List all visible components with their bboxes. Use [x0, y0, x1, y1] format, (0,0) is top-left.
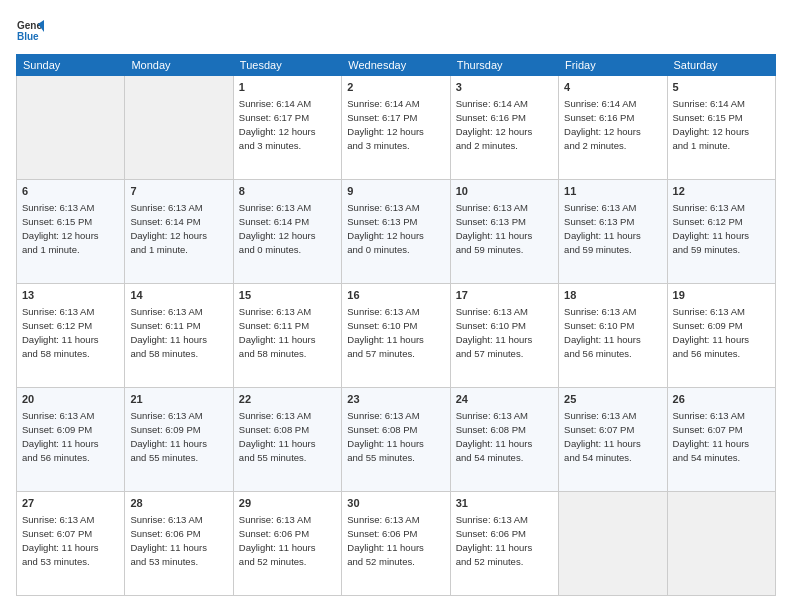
- calendar-cell: 28Sunrise: 6:13 AM Sunset: 6:06 PM Dayli…: [125, 492, 233, 596]
- day-info: Sunrise: 6:13 AM Sunset: 6:06 PM Dayligh…: [347, 513, 444, 568]
- calendar-cell: 14Sunrise: 6:13 AM Sunset: 6:11 PM Dayli…: [125, 284, 233, 388]
- day-number: 23: [347, 392, 444, 407]
- day-number: 26: [673, 392, 770, 407]
- day-number: 29: [239, 496, 336, 511]
- day-info: Sunrise: 6:14 AM Sunset: 6:15 PM Dayligh…: [673, 97, 770, 152]
- calendar-cell: 19Sunrise: 6:13 AM Sunset: 6:09 PM Dayli…: [667, 284, 775, 388]
- day-info: Sunrise: 6:13 AM Sunset: 6:06 PM Dayligh…: [239, 513, 336, 568]
- calendar-table: SundayMondayTuesdayWednesdayThursdayFrid…: [16, 54, 776, 596]
- calendar-week-row: 20Sunrise: 6:13 AM Sunset: 6:09 PM Dayli…: [17, 388, 776, 492]
- day-number: 3: [456, 80, 553, 95]
- calendar-cell: 13Sunrise: 6:13 AM Sunset: 6:12 PM Dayli…: [17, 284, 125, 388]
- day-number: 10: [456, 184, 553, 199]
- day-info: Sunrise: 6:14 AM Sunset: 6:16 PM Dayligh…: [564, 97, 661, 152]
- day-info: Sunrise: 6:13 AM Sunset: 6:07 PM Dayligh…: [673, 409, 770, 464]
- day-info: Sunrise: 6:13 AM Sunset: 6:07 PM Dayligh…: [564, 409, 661, 464]
- day-number: 6: [22, 184, 119, 199]
- day-info: Sunrise: 6:13 AM Sunset: 6:09 PM Dayligh…: [673, 305, 770, 360]
- day-info: Sunrise: 6:13 AM Sunset: 6:12 PM Dayligh…: [673, 201, 770, 256]
- day-info: Sunrise: 6:13 AM Sunset: 6:13 PM Dayligh…: [347, 201, 444, 256]
- calendar-cell: 31Sunrise: 6:13 AM Sunset: 6:06 PM Dayli…: [450, 492, 558, 596]
- day-number: 14: [130, 288, 227, 303]
- calendar-cell: 15Sunrise: 6:13 AM Sunset: 6:11 PM Dayli…: [233, 284, 341, 388]
- day-number: 21: [130, 392, 227, 407]
- day-number: 20: [22, 392, 119, 407]
- calendar-cell: 8Sunrise: 6:13 AM Sunset: 6:14 PM Daylig…: [233, 180, 341, 284]
- calendar-cell: [125, 76, 233, 180]
- day-number: 5: [673, 80, 770, 95]
- day-number: 2: [347, 80, 444, 95]
- calendar-cell: 26Sunrise: 6:13 AM Sunset: 6:07 PM Dayli…: [667, 388, 775, 492]
- calendar-cell: 21Sunrise: 6:13 AM Sunset: 6:09 PM Dayli…: [125, 388, 233, 492]
- calendar-cell: 2Sunrise: 6:14 AM Sunset: 6:17 PM Daylig…: [342, 76, 450, 180]
- weekday-header-friday: Friday: [559, 55, 667, 76]
- day-info: Sunrise: 6:13 AM Sunset: 6:10 PM Dayligh…: [347, 305, 444, 360]
- calendar-cell: 18Sunrise: 6:13 AM Sunset: 6:10 PM Dayli…: [559, 284, 667, 388]
- calendar-cell: [17, 76, 125, 180]
- day-number: 8: [239, 184, 336, 199]
- day-number: 19: [673, 288, 770, 303]
- calendar-week-row: 27Sunrise: 6:13 AM Sunset: 6:07 PM Dayli…: [17, 492, 776, 596]
- weekday-header-row: SundayMondayTuesdayWednesdayThursdayFrid…: [17, 55, 776, 76]
- calendar-cell: 23Sunrise: 6:13 AM Sunset: 6:08 PM Dayli…: [342, 388, 450, 492]
- calendar-week-row: 1Sunrise: 6:14 AM Sunset: 6:17 PM Daylig…: [17, 76, 776, 180]
- calendar-cell: 3Sunrise: 6:14 AM Sunset: 6:16 PM Daylig…: [450, 76, 558, 180]
- calendar-cell: 30Sunrise: 6:13 AM Sunset: 6:06 PM Dayli…: [342, 492, 450, 596]
- svg-text:Blue: Blue: [17, 31, 39, 42]
- day-number: 22: [239, 392, 336, 407]
- calendar-cell: [559, 492, 667, 596]
- day-info: Sunrise: 6:13 AM Sunset: 6:10 PM Dayligh…: [564, 305, 661, 360]
- day-number: 12: [673, 184, 770, 199]
- day-info: Sunrise: 6:13 AM Sunset: 6:08 PM Dayligh…: [456, 409, 553, 464]
- day-number: 18: [564, 288, 661, 303]
- logo: General Blue: [16, 16, 44, 44]
- calendar-cell: 27Sunrise: 6:13 AM Sunset: 6:07 PM Dayli…: [17, 492, 125, 596]
- header: General Blue: [16, 16, 776, 44]
- day-number: 11: [564, 184, 661, 199]
- day-number: 31: [456, 496, 553, 511]
- calendar-cell: 25Sunrise: 6:13 AM Sunset: 6:07 PM Dayli…: [559, 388, 667, 492]
- calendar-cell: 17Sunrise: 6:13 AM Sunset: 6:10 PM Dayli…: [450, 284, 558, 388]
- day-info: Sunrise: 6:13 AM Sunset: 6:13 PM Dayligh…: [564, 201, 661, 256]
- day-number: 24: [456, 392, 553, 407]
- day-number: 28: [130, 496, 227, 511]
- day-number: 15: [239, 288, 336, 303]
- calendar-cell: 29Sunrise: 6:13 AM Sunset: 6:06 PM Dayli…: [233, 492, 341, 596]
- day-info: Sunrise: 6:14 AM Sunset: 6:17 PM Dayligh…: [239, 97, 336, 152]
- day-info: Sunrise: 6:13 AM Sunset: 6:14 PM Dayligh…: [239, 201, 336, 256]
- day-info: Sunrise: 6:13 AM Sunset: 6:09 PM Dayligh…: [130, 409, 227, 464]
- calendar-cell: [667, 492, 775, 596]
- day-info: Sunrise: 6:13 AM Sunset: 6:10 PM Dayligh…: [456, 305, 553, 360]
- day-number: 13: [22, 288, 119, 303]
- calendar-page: General Blue SundayMondayTuesdayWednesda…: [0, 0, 792, 612]
- day-info: Sunrise: 6:14 AM Sunset: 6:16 PM Dayligh…: [456, 97, 553, 152]
- calendar-cell: 7Sunrise: 6:13 AM Sunset: 6:14 PM Daylig…: [125, 180, 233, 284]
- logo-icon: General Blue: [16, 16, 44, 44]
- calendar-week-row: 6Sunrise: 6:13 AM Sunset: 6:15 PM Daylig…: [17, 180, 776, 284]
- day-info: Sunrise: 6:13 AM Sunset: 6:11 PM Dayligh…: [239, 305, 336, 360]
- day-info: Sunrise: 6:13 AM Sunset: 6:07 PM Dayligh…: [22, 513, 119, 568]
- calendar-cell: 16Sunrise: 6:13 AM Sunset: 6:10 PM Dayli…: [342, 284, 450, 388]
- weekday-header-tuesday: Tuesday: [233, 55, 341, 76]
- weekday-header-monday: Monday: [125, 55, 233, 76]
- day-info: Sunrise: 6:13 AM Sunset: 6:11 PM Dayligh…: [130, 305, 227, 360]
- day-number: 17: [456, 288, 553, 303]
- day-info: Sunrise: 6:13 AM Sunset: 6:15 PM Dayligh…: [22, 201, 119, 256]
- day-number: 30: [347, 496, 444, 511]
- day-info: Sunrise: 6:13 AM Sunset: 6:14 PM Dayligh…: [130, 201, 227, 256]
- day-number: 4: [564, 80, 661, 95]
- calendar-cell: 24Sunrise: 6:13 AM Sunset: 6:08 PM Dayli…: [450, 388, 558, 492]
- day-info: Sunrise: 6:13 AM Sunset: 6:09 PM Dayligh…: [22, 409, 119, 464]
- day-info: Sunrise: 6:13 AM Sunset: 6:08 PM Dayligh…: [239, 409, 336, 464]
- day-number: 9: [347, 184, 444, 199]
- calendar-cell: 4Sunrise: 6:14 AM Sunset: 6:16 PM Daylig…: [559, 76, 667, 180]
- day-info: Sunrise: 6:14 AM Sunset: 6:17 PM Dayligh…: [347, 97, 444, 152]
- day-number: 16: [347, 288, 444, 303]
- day-number: 7: [130, 184, 227, 199]
- day-info: Sunrise: 6:13 AM Sunset: 6:06 PM Dayligh…: [130, 513, 227, 568]
- day-info: Sunrise: 6:13 AM Sunset: 6:12 PM Dayligh…: [22, 305, 119, 360]
- day-info: Sunrise: 6:13 AM Sunset: 6:13 PM Dayligh…: [456, 201, 553, 256]
- calendar-cell: 9Sunrise: 6:13 AM Sunset: 6:13 PM Daylig…: [342, 180, 450, 284]
- day-number: 27: [22, 496, 119, 511]
- calendar-cell: 12Sunrise: 6:13 AM Sunset: 6:12 PM Dayli…: [667, 180, 775, 284]
